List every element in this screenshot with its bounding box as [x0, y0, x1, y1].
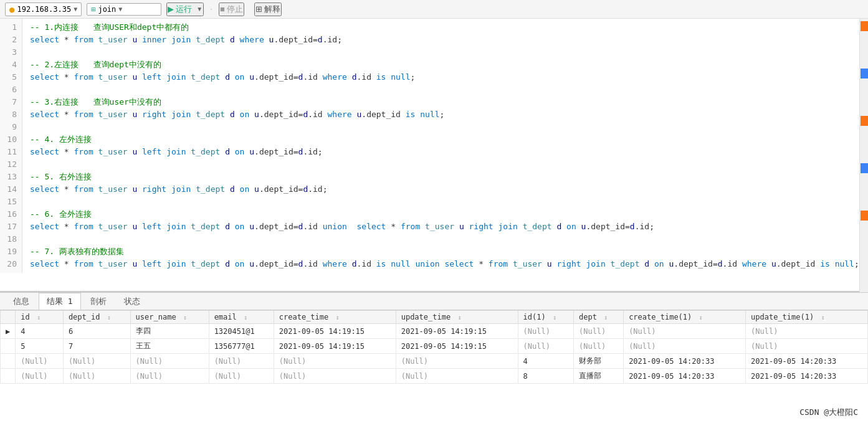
db-selector[interactable]: ⊞ join ▼ [87, 3, 161, 16]
watermark: CSDN @大橙阳C [799, 407, 858, 418]
editor-main[interactable]: 12345 678910 1112131415 1617181920 -- 1.… [0, 19, 859, 292]
cell-update-time: 2021-09-05 14:19:15 [396, 339, 518, 354]
code-line: -- 4. 左外连接 [30, 133, 859, 146]
cell-id: (Null) [16, 354, 64, 369]
code-line: -- 6. 全外连接 [30, 208, 859, 221]
col-header-create-time1[interactable]: create_time(1) ↕ [624, 311, 746, 324]
col-header-update-time1[interactable]: update_time(1) ↕ [746, 311, 868, 324]
result-table: id ↕ dept_id ↕ user_name ↕ email ↕ creat… [0, 310, 868, 384]
code-line: -- 5. 右外连接 [30, 171, 859, 183]
run-chevron: ▼ [196, 6, 203, 12]
row-marker [1, 354, 16, 369]
editor-wrapper: 12345 678910 1112131415 1617181920 -- 1.… [0, 19, 868, 292]
cell-update-time1: 2021-09-05 14:20:33 [746, 354, 868, 369]
cell-create-time: 2021-09-05 14:19:15 [274, 339, 396, 354]
col-header-id[interactable]: id ↕ [16, 311, 64, 324]
editor-with-sidebar: 12345 678910 1112131415 1617181920 -- 1.… [0, 19, 868, 292]
db-chevron: ▼ [118, 6, 122, 12]
explain-label: 解释 [264, 4, 280, 15]
col-header-dept[interactable]: dept ↕ [573, 311, 623, 324]
bottom-panel: 信息 结果 1 剖析 状态 id ↕ dept_id ↕ user_name ↕… [0, 292, 868, 423]
play-icon: ▶ [168, 4, 174, 14]
result-table-wrap[interactable]: id ↕ dept_id ↕ user_name ↕ email ↕ creat… [0, 310, 868, 423]
col-header-create-time[interactable]: create_time ↕ [274, 311, 396, 324]
table-row: (Null)(Null)(Null)(Null)(Null)(Null)4财务部… [1, 354, 868, 369]
cell-update-time: (Null) [396, 354, 518, 369]
cell-user-name: 李四 [130, 324, 209, 339]
rsb-indicator-3 [861, 116, 868, 126]
cell-update-time: 2021-09-05 14:19:15 [396, 324, 518, 339]
bottom-tabs: 信息 结果 1 剖析 状态 [0, 293, 868, 310]
cell-create-time1: 2021-09-05 14:20:33 [624, 354, 746, 369]
run-label: 运行 [176, 4, 192, 15]
rsb-indicator-5 [861, 211, 868, 221]
cell-email: 1356777@1 [209, 339, 274, 354]
cell-id: 5 [16, 339, 64, 354]
db-value: join [98, 5, 116, 14]
host-value: 192.168.3.35 [17, 5, 71, 14]
cell-update-time1: 2021-09-05 14:20:33 [746, 369, 868, 384]
stop-button[interactable]: ■ 停止 [219, 2, 244, 16]
cell-user-name: (Null) [130, 369, 209, 384]
tab-status[interactable]: 状态 [116, 293, 148, 310]
col-header-id1[interactable]: id(1) ↕ [518, 311, 573, 324]
code-line: select * from t_user u right join t_dept… [30, 108, 859, 121]
code-line: -- 3.右连接 查询user中没有的 [30, 96, 859, 108]
tab-info[interactable]: 信息 [5, 293, 37, 310]
code-line [30, 46, 859, 59]
row-marker: ▶ [1, 324, 16, 339]
cell-dept-id: 6 [63, 324, 130, 339]
cell-create-time1: (Null) [624, 339, 746, 354]
cell-id: (Null) [16, 369, 64, 384]
db-icon: ⊞ [91, 5, 95, 14]
cell-dept: 直播部 [573, 369, 623, 384]
col-header-email[interactable]: email ↕ [209, 311, 274, 324]
cell-dept: (Null) [573, 339, 623, 354]
code-line [30, 233, 859, 245]
right-sidebar [859, 19, 868, 292]
rsb-indicator-1 [861, 21, 868, 31]
cell-update-time1: (Null) [746, 324, 868, 339]
cell-email: (Null) [209, 369, 274, 384]
code-line [30, 83, 859, 96]
cell-create-time1: 2021-09-05 14:20:33 [624, 369, 746, 384]
cell-create-time: (Null) [274, 354, 396, 369]
table-row: 57王五1356777@12021-09-05 14:19:152021-09-… [1, 339, 868, 354]
code-line: select * from t_user u inner join t_dept… [30, 34, 859, 46]
toolbar: ● 192.168.3.35 ▼ ⊞ join ▼ ▶ 运行 ▼ · ■ 停止 … [0, 0, 868, 19]
code-line: select * from t_user u right join t_dept… [30, 183, 859, 196]
tab-result[interactable]: 结果 1 [39, 293, 81, 310]
cell-create-time1: (Null) [624, 324, 746, 339]
code-line: -- 2.左连接 查询dept中没有的 [30, 59, 859, 71]
cell-email: (Null) [209, 354, 274, 369]
host-selector[interactable]: ● 192.168.3.35 ▼ [5, 2, 82, 16]
code-line: -- 7. 两表独有的数据集 [30, 245, 859, 258]
host-chevron: ▼ [74, 6, 77, 12]
cell-dept-id: (Null) [63, 354, 130, 369]
code-lines: -- 1.内连接 查询USER和dept中都有的 select * from t… [22, 19, 859, 273]
col-header-dept-id[interactable]: dept_id ↕ [63, 311, 130, 324]
cell-dept-id: 7 [63, 339, 130, 354]
tab-analyze[interactable]: 剖析 [82, 293, 115, 310]
code-line [30, 196, 859, 208]
explain-button[interactable]: ⊞ 解释 [254, 2, 282, 16]
code-line: select * from t_user u left join t_dept … [30, 71, 859, 83]
cell-create-time: (Null) [274, 369, 396, 384]
stop-icon: ■ [220, 4, 225, 14]
cell-dept: 财务部 [573, 354, 623, 369]
cell-id: 4 [16, 324, 64, 339]
col-header-user-name[interactable]: user_name ↕ [130, 311, 209, 324]
cell-create-time: 2021-09-05 14:19:15 [274, 324, 396, 339]
host-dot: ● [9, 4, 14, 14]
code-line: select * from t_user u left join t_dept … [30, 146, 859, 158]
run-button[interactable]: ▶ 运行 ▼ [166, 2, 204, 16]
rsb-indicator-2 [861, 69, 868, 78]
table-row: ▶46李四1320451@12021-09-05 14:19:152021-09… [1, 324, 868, 339]
cell-id1: (Null) [518, 324, 573, 339]
cell-update-time: (Null) [396, 369, 518, 384]
cell-update-time1: (Null) [746, 339, 868, 354]
cell-id1: (Null) [518, 339, 573, 354]
cell-user-name: 王五 [130, 339, 209, 354]
col-header-update-time[interactable]: update_time ↕ [396, 311, 518, 324]
cell-id1: 8 [518, 369, 573, 384]
